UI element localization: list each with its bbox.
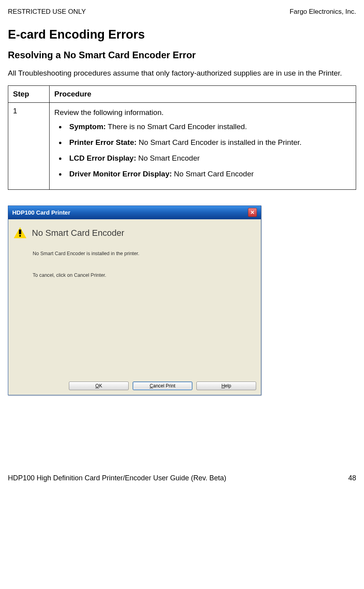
dialog-button-row: OK Cancel Print Help <box>69 382 256 390</box>
dialog-title: HDP100 Card Printer <box>12 209 70 216</box>
bullet-text: There is no Smart Card Encoder installed… <box>106 122 247 131</box>
header-left: RESTRICTED USE ONLY <box>8 8 86 16</box>
col-procedure: Procedure <box>50 85 356 102</box>
intro-paragraph: All Troubleshooting procedures assume th… <box>8 69 356 78</box>
close-icon: ✕ <box>250 209 255 215</box>
procedure-intro: Review the following information. <box>54 108 351 117</box>
dialog-heading: No Smart Card Encoder <box>32 228 124 238</box>
procedure-list: Symptom: There is no Smart Card Encoder … <box>54 122 351 178</box>
col-step: Step <box>8 85 50 102</box>
warning-icon <box>14 226 26 239</box>
bullet-label: Printer Error State: <box>69 138 137 146</box>
bullet-text: No Smart Encoder <box>136 154 200 162</box>
help-rest: elp <box>225 383 231 389</box>
footer-left: HDP100 High Definition Card Printer/Enco… <box>8 474 226 482</box>
footer-page-number: 48 <box>348 474 356 482</box>
bullet-label: LCD Error Display: <box>69 154 136 162</box>
list-item: Printer Error State: No Smart Card Encod… <box>66 138 351 147</box>
ok-mnemonic: O <box>95 383 99 389</box>
ok-rest: K <box>99 383 102 389</box>
dialog-line-1: No Smart Card Encoder is installed in th… <box>33 251 255 257</box>
heading-2: Resolving a No Smart Card Encoder Error <box>8 50 356 61</box>
dialog-line-2: To cancel, click on Cancel Printer. <box>33 272 255 278</box>
cancel-print-button[interactable]: Cancel Print <box>133 382 192 390</box>
bullet-label: Symptom: <box>69 122 106 131</box>
dialog-titlebar[interactable]: HDP100 Card Printer ✕ <box>8 206 261 219</box>
close-button[interactable]: ✕ <box>248 208 257 217</box>
help-button[interactable]: Help <box>196 382 256 390</box>
page-footer: HDP100 High Definition Card Printer/Enco… <box>8 474 356 482</box>
bullet-text: No Smart Card Encoder is installed in th… <box>137 138 301 146</box>
header-right: Fargo Electronics, Inc. <box>290 8 356 16</box>
dialog-window: HDP100 Card Printer ✕ No Smart Card Enco… <box>8 206 261 395</box>
list-item: Driver Monitor Error Display: No Smart C… <box>66 170 351 178</box>
list-item: Symptom: There is no Smart Card Encoder … <box>66 122 351 131</box>
page-header: RESTRICTED USE ONLY Fargo Electronics, I… <box>8 8 356 16</box>
heading-1: E-card Encoding Errors <box>8 28 356 42</box>
procedure-cell: Review the following information. Sympto… <box>50 102 356 189</box>
dialog-header-row: No Smart Card Encoder <box>14 226 255 239</box>
step-number: 1 <box>8 102 50 189</box>
list-item: LCD Error Display: No Smart Encoder <box>66 154 351 163</box>
ok-button[interactable]: OK <box>69 382 129 390</box>
dialog-body: No Smart Card Encoder No Smart Card Enco… <box>8 219 261 395</box>
bullet-text: No Smart Card Encoder <box>172 170 254 178</box>
steps-table: Step Procedure 1 Review the following in… <box>8 85 356 190</box>
bullet-label: Driver Monitor Error Display: <box>69 170 172 178</box>
cancel-mnemonic: C <box>150 383 153 389</box>
table-row: 1 Review the following information. Symp… <box>8 102 356 189</box>
cancel-rest: ancel Print <box>153 383 176 389</box>
